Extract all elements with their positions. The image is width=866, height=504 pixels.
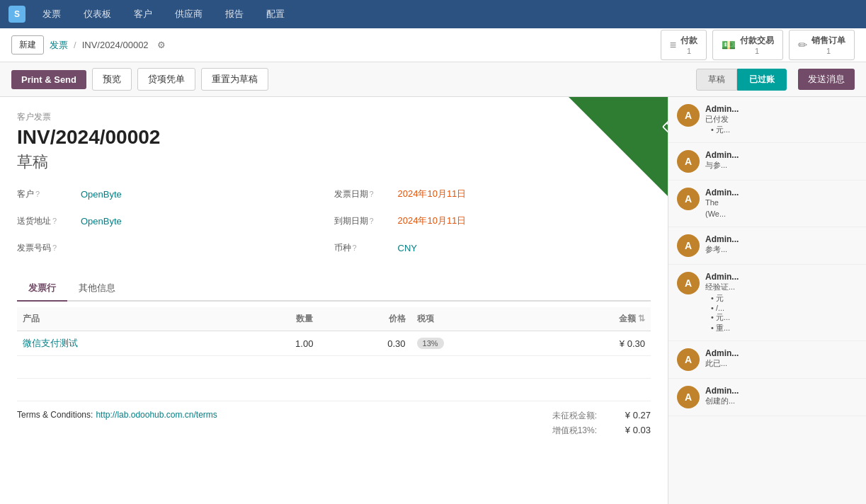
quantity-cell: 1.00 [227, 331, 319, 356]
send-message-button[interactable]: 发送消息 [798, 69, 855, 90]
terms-label: Terms & Conditions: [17, 410, 93, 420]
chatter-text-2: The(We... [705, 197, 858, 219]
totals-section: 未征税金额: ¥ 0.27 增值税13%: ¥ 0.03 [526, 410, 651, 440]
preview-button[interactable]: 预览 [92, 68, 132, 91]
vat-value: ¥ 0.03 [608, 425, 651, 437]
avatar-1: A [677, 150, 700, 173]
customer-row: 客户 ? OpenByte [17, 184, 334, 204]
invoice-date-help-icon[interactable]: ? [370, 190, 374, 198]
sales-order-icon: ✏ [798, 38, 807, 52]
chatter-text-3: 参考... [705, 244, 858, 255]
invoice-status: 草稿 [17, 151, 651, 173]
avatar-5: A [677, 348, 700, 371]
breadcrumb-separator: / [74, 40, 76, 50]
chatter-panel: A Admin... 已付发 • 元... A Admin... 与参... A… [668, 97, 866, 504]
vat-label: 增值税13%: [526, 425, 597, 437]
nav-dashboard[interactable]: 仪表板 [78, 5, 117, 23]
breadcrumb-current: INV/2024/00002 [82, 40, 149, 50]
table-row: 微信支付测试 1.00 0.30 13% ¥ 0.30 [17, 331, 651, 356]
smart-btn-payment[interactable]: ≡ 付款 1 [661, 30, 707, 60]
currency-help-icon[interactable]: ? [353, 244, 357, 252]
due-date-row: 到期日期 ? 2024年10月11日 [334, 211, 651, 231]
delivery-row: 送货地址 ? OpenByte [17, 211, 334, 231]
chatter-text-6: 创建的... [705, 396, 858, 406]
chatter-author-3: Admin... [705, 234, 858, 244]
customer-help-icon[interactable]: ? [35, 190, 40, 198]
credit-note-button[interactable]: 贷项凭单 [137, 68, 195, 91]
invoice-num-row: 发票号码 ? [17, 238, 334, 258]
currency-value[interactable]: CNY [398, 243, 417, 253]
status-draft-btn[interactable]: 草稿 [696, 69, 737, 91]
currency-row: 币种 ? CNY [334, 238, 651, 258]
due-date-value[interactable]: 2024年10月11日 [398, 214, 467, 227]
breadcrumb-parent[interactable]: 发票 [50, 39, 68, 52]
invoice-stamp: 已发 [659, 118, 668, 144]
untaxed-label: 未征税金额: [526, 410, 597, 422]
chatter-bullet-4-1: • /... [711, 304, 858, 312]
nav-customers[interactable]: 客户 [128, 5, 158, 23]
invoice-lines-table: 产品 数量 价格 税项 金额 ⇅ 微信支付测试 1.00 0.30 [17, 307, 651, 401]
settings-icon[interactable]: ⚙ [157, 40, 166, 50]
terms-link[interactable]: http://lab.odoohub.com.cn/terms [96, 410, 217, 420]
form-left-col: 客户 ? OpenByte 送货地址 ? OpenByte 发票号码 ? [17, 184, 334, 265]
reset-draft-button[interactable]: 重置为草稿 [201, 68, 268, 91]
invoice-date-row: 发票日期 ? 2024年10月11日 [334, 184, 651, 204]
smart-btn-sales-order[interactable]: ✏ 销售订单 1 [789, 30, 855, 60]
chatter-bullet-4-0: • 元 [711, 293, 858, 304]
chatter-item-1: A Admin... 与参... [668, 143, 866, 181]
chatter-author-6: Admin... [705, 386, 858, 396]
sales-order-count: 1 [811, 47, 845, 55]
chatter-bullet-0-0: • 元... [711, 125, 858, 135]
nav-suppliers[interactable]: 供应商 [169, 5, 208, 23]
payment-count: 1 [680, 47, 697, 55]
delivery-help-icon[interactable]: ? [52, 217, 57, 225]
tax-badge[interactable]: 13% [417, 338, 444, 349]
breadcrumb-bar: 新建 发票 / INV/2024/00002 ⚙ ≡ 付款 1 💵 付款交易 1… [0, 28, 866, 62]
delivery-label: 送货地址 ? [17, 215, 81, 227]
form-right-col: 发票日期 ? 2024年10月11日 到期日期 ? 2024年10月11日 币种 [334, 184, 651, 265]
chatter-content-2: Admin... The(We... [705, 188, 858, 219]
due-date-help-icon[interactable]: ? [370, 217, 374, 225]
col-product: 产品 [17, 307, 227, 331]
smart-btn-payment-transaction[interactable]: 💵 付款交易 1 [712, 30, 783, 60]
payment-transaction-count: 1 [740, 47, 774, 55]
chatter-text-1: 与参... [705, 160, 858, 171]
price-cell: 0.30 [319, 331, 411, 356]
col-amount: 金额 ⇅ [532, 307, 651, 331]
chatter-author-5: Admin... [705, 348, 858, 358]
empty-row-2 [17, 379, 651, 401]
nav-reports[interactable]: 报告 [220, 5, 249, 23]
chatter-content-5: Admin... 此已... [705, 348, 858, 369]
new-button[interactable]: 新建 [11, 35, 44, 55]
col-tax: 税项 [411, 307, 532, 331]
status-posted-btn[interactable]: 已过账 [737, 69, 787, 91]
amount-sort-icon[interactable]: ⇅ [638, 314, 645, 323]
avatar-0: A [677, 104, 700, 127]
tab-other-info[interactable]: 其他信息 [67, 276, 127, 302]
chatter-item-4: A Admin... 经验证... • 元 • /... • 元... • 重.… [668, 265, 866, 340]
delivery-value[interactable]: OpenByte [81, 216, 122, 227]
invoice-num-label: 发票号码 ? [17, 242, 81, 254]
chatter-bullet-4-2: • 元... [711, 312, 858, 323]
chatter-item-5: A Admin... 此已... [668, 341, 866, 379]
product-link[interactable]: 微信支付测试 [23, 338, 78, 348]
invoice-date-label: 发票日期 ? [334, 188, 398, 200]
invoice-form: 客户 ? OpenByte 送货地址 ? OpenByte 发票号码 ? [17, 184, 651, 265]
nav-config[interactable]: 配置 [261, 5, 290, 23]
smart-buttons: ≡ 付款 1 💵 付款交易 1 ✏ 销售订单 1 [661, 30, 855, 60]
customer-value[interactable]: OpenByte [81, 189, 122, 200]
total-row-1: 增值税13%: ¥ 0.03 [526, 425, 651, 437]
payment-lines-icon: ≡ [670, 39, 676, 52]
main-layout: 已发 客户发票 INV/2024/00002 草稿 客户 ? OpenByte … [0, 97, 866, 504]
tab-invoice-lines[interactable]: 发票行 [17, 276, 67, 302]
print-send-button[interactable]: Print & Send [11, 70, 86, 89]
nav-invoices[interactable]: 发票 [37, 5, 67, 23]
invoice-date-value[interactable]: 2024年10月11日 [398, 188, 467, 200]
chatter-text-5: 此已... [705, 358, 858, 369]
sales-order-label: 销售订单 [811, 35, 845, 45]
col-price: 价格 [319, 307, 411, 331]
chatter-author-1: Admin... [705, 150, 858, 160]
invoice-num-help-icon[interactable]: ? [52, 244, 57, 252]
content-area: 已发 客户发票 INV/2024/00002 草稿 客户 ? OpenByte … [0, 97, 668, 504]
action-bar: Print & Send 预览 贷项凭单 重置为草稿 草稿 已过账 发送消息 [0, 62, 866, 97]
